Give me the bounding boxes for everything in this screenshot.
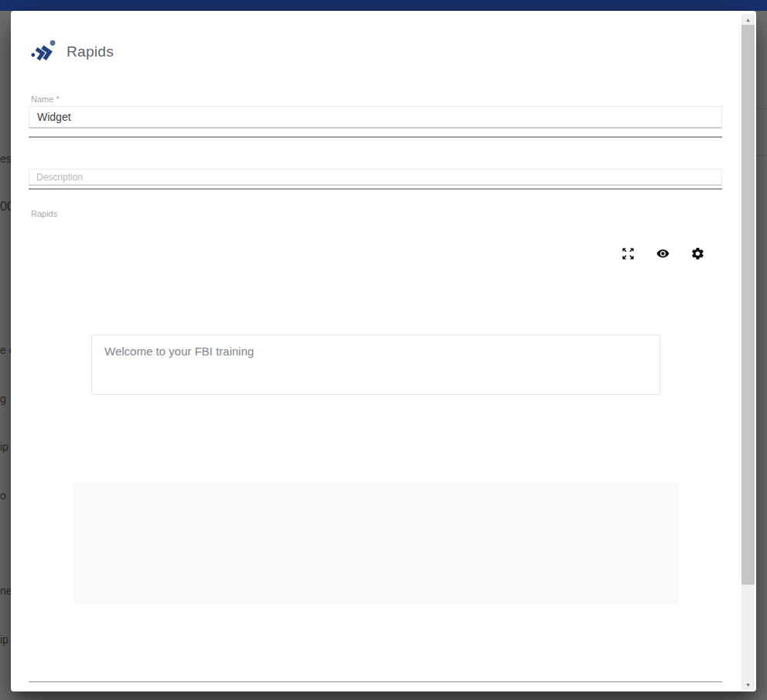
description-input[interactable] bbox=[29, 169, 722, 186]
bottom-divider bbox=[29, 681, 722, 682]
widget-preview-panel bbox=[73, 482, 679, 605]
background-text-fragment: o bbox=[0, 490, 6, 501]
scrollbar-down-arrow-icon[interactable]: ▼ bbox=[741, 679, 755, 690]
rapids-logo-icon bbox=[29, 39, 57, 65]
background-text-fragment: es bbox=[0, 153, 12, 164]
background-divider bbox=[756, 108, 767, 109]
welcome-text-input[interactable]: Welcome to your FBI training bbox=[91, 335, 660, 395]
rapids-section-label: Rapids bbox=[31, 209, 57, 218]
scrollbar-thumb[interactable] bbox=[741, 25, 755, 585]
background-text-fragment: ip bbox=[0, 634, 9, 645]
top-navbar bbox=[0, 0, 767, 11]
name-input[interactable] bbox=[29, 106, 722, 129]
name-field-label: Name * bbox=[31, 94, 60, 104]
eye-icon[interactable] bbox=[655, 245, 670, 261]
dialog-scrollbar[interactable]: ▲ ▼ bbox=[741, 14, 755, 690]
dialog-title: Rapids bbox=[67, 43, 114, 60]
scrollbar-up-arrow-icon[interactable]: ▲ bbox=[741, 14, 755, 25]
widget-editor-dialog: Rapids Name * Rapids Welcome to your FBI… bbox=[11, 11, 756, 691]
gear-icon[interactable] bbox=[690, 245, 705, 261]
widget-toolbar bbox=[620, 245, 705, 261]
expand-icon[interactable] bbox=[620, 245, 635, 261]
background-text-fragment: ip bbox=[0, 441, 9, 452]
background-text-fragment: g bbox=[0, 393, 6, 404]
field-underline bbox=[29, 136, 722, 138]
background-divider bbox=[756, 155, 767, 156]
screen: es 00 e c g ip o ne ip Rapids Name * bbox=[0, 0, 767, 700]
field-underline bbox=[29, 188, 722, 190]
